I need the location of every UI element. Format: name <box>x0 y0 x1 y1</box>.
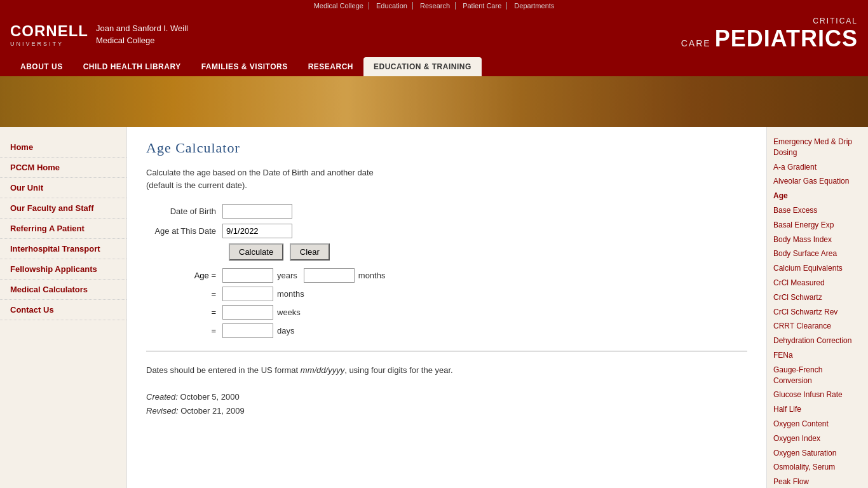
clear-button[interactable]: Clear <box>290 243 330 261</box>
created-date: October 5, 2000 <box>180 392 240 402</box>
button-row: Calculate Clear <box>229 243 747 261</box>
nav-families[interactable]: Families & Visitors <box>191 57 298 76</box>
total-days-input[interactable] <box>222 323 273 338</box>
nav-about-us[interactable]: About Us <box>10 57 73 76</box>
created-info: Created: October 5, 2000 Revised: Octobe… <box>146 390 747 418</box>
right-link-dehydration[interactable]: Dehydration Correction <box>773 334 862 348</box>
sidebar-item-referring[interactable]: Referring A Patient <box>0 219 126 239</box>
banner <box>0 76 868 127</box>
sidebar-item-contact[interactable]: Contact Us <box>0 300 126 320</box>
calculator-form: Date of Birth Age at This Date Calculate… <box>146 204 747 338</box>
age-months-input[interactable] <box>304 268 355 283</box>
revised-date: October 21, 2009 <box>180 406 244 416</box>
eq-days-label: = <box>146 326 222 336</box>
right-link-basal-energy[interactable]: Basal Energy Exp <box>773 218 862 233</box>
dob-row: Date of Birth <box>146 204 747 219</box>
total-months-input[interactable] <box>222 287 273 301</box>
sidebar-item-calculators[interactable]: Medical Calculators <box>0 280 126 300</box>
brand-line: CARE PEDIATRICS <box>681 25 858 52</box>
right-link-base-excess[interactable]: Base Excess <box>773 203 862 218</box>
topbar-patient-care[interactable]: Patient Care <box>458 2 507 10</box>
right-link-glucose[interactable]: Glucose Infusn Rate <box>773 388 862 402</box>
header-right: CRITICAL CARE PEDIATRICS <box>681 17 858 52</box>
right-link-calcium[interactable]: Calcium Equivalents <box>773 261 862 276</box>
weill-text: Joan and Sanford I. Weill Medical Colleg… <box>96 22 188 47</box>
right-link-crcl-schwartz-rev[interactable]: CrCl Schwartz Rev <box>773 305 862 320</box>
right-link-bmi[interactable]: Body Mass Index <box>773 233 862 247</box>
months-label: months <box>358 271 386 280</box>
cornell-sub: UNIVERSITY <box>10 41 88 48</box>
days-label: days <box>277 326 294 336</box>
dob-input[interactable] <box>222 204 292 219</box>
topbar-departments[interactable]: Departments <box>509 2 559 10</box>
topbar-education[interactable]: Education <box>371 2 413 10</box>
sidebar-item-home[interactable]: Home <box>0 137 126 158</box>
right-sidebar: Emergency Med & Drip Dosing A-a Gradient… <box>766 127 868 488</box>
header: CORNELL UNIVERSITY Joan and Sanford I. W… <box>0 11 868 57</box>
weeks-label: weeks <box>277 308 301 317</box>
right-link-oxygen-content[interactable]: Oxygen Content <box>773 417 862 431</box>
description: Calculate the age based on the Date of B… <box>146 166 747 191</box>
right-link-fena[interactable]: FENa <box>773 348 862 363</box>
right-link-half-life[interactable]: Half Life <box>773 402 862 417</box>
right-link-gauge-french[interactable]: Gauge-French Conversion <box>773 363 862 388</box>
revised-label: Revised: <box>146 406 179 416</box>
created-label: Created: <box>146 392 178 402</box>
age-date-input[interactable] <box>222 224 292 238</box>
sidebar: Home PCCM Home Our Unit Our Faculty and … <box>0 127 127 488</box>
sidebar-item-fellowship[interactable]: Fellowship Applicants <box>0 259 126 280</box>
top-bar: Medical College Education Research Patie… <box>0 0 868 11</box>
right-link-aa-gradient[interactable]: A-a Gradient <box>773 160 862 175</box>
age-days-row: = days <box>146 323 747 338</box>
age-years-row: Age = years months <box>146 268 747 283</box>
right-link-alveolar[interactable]: Alveolar Gas Equation <box>773 174 862 189</box>
right-link-oxygen-saturation[interactable]: Oxygen Saturation <box>773 446 862 461</box>
banner-overlay <box>0 76 868 127</box>
nav-research[interactable]: Research <box>298 57 363 76</box>
age-date-label: Age at This Date <box>146 226 222 236</box>
age-months-row: = months <box>146 287 747 301</box>
nav-education-training[interactable]: Education & Training <box>363 57 482 76</box>
care-label: CARE <box>681 38 711 48</box>
sidebar-item-our-unit[interactable]: Our Unit <box>0 178 126 198</box>
right-link-crcl-measured[interactable]: CrCl Measured <box>773 276 862 290</box>
right-link-age[interactable]: Age <box>773 189 862 203</box>
months-only-label: months <box>277 289 304 299</box>
right-link-emergency[interactable]: Emergency Med & Drip Dosing <box>773 135 862 160</box>
nav: About Us Child Health Library Families &… <box>0 57 868 76</box>
nav-child-health[interactable]: Child Health Library <box>73 57 191 76</box>
age-years-input[interactable] <box>222 268 273 283</box>
sidebar-item-transport[interactable]: Interhospital Transport <box>0 239 126 259</box>
right-link-osmolality[interactable]: Osmolality, Serum <box>773 460 862 475</box>
content: Age Calculator Calculate the age based o… <box>127 127 766 488</box>
critical-label: CRITICAL <box>681 17 858 25</box>
cornell-logo: CORNELL UNIVERSITY <box>10 21 88 48</box>
format-note: Dates should be entered in the US format… <box>146 364 747 377</box>
header-left: CORNELL UNIVERSITY Joan and Sanford I. W… <box>10 21 201 48</box>
right-link-body-surface[interactable]: Body Surface Area <box>773 247 862 261</box>
page-title: Age Calculator <box>146 140 747 156</box>
topbar-research[interactable]: Research <box>415 2 456 10</box>
eq-weeks-label: = <box>146 308 222 317</box>
right-link-crcl-schwartz[interactable]: CrCl Schwartz <box>773 290 862 305</box>
right-link-peak-flow[interactable]: Peak Flow <box>773 475 862 488</box>
age-eq-label: Age = <box>146 271 222 280</box>
right-link-oxygen-index[interactable]: Oxygen Index <box>773 431 862 446</box>
main-layout: Home PCCM Home Our Unit Our Faculty and … <box>0 127 868 488</box>
cornell-name: CORNELL <box>10 21 88 41</box>
dob-label: Date of Birth <box>146 207 222 216</box>
sidebar-item-faculty-staff[interactable]: Our Faculty and Staff <box>0 198 126 219</box>
age-weeks-row: = weeks <box>146 305 747 320</box>
divider <box>146 351 747 351</box>
sidebar-item-pccm-home[interactable]: PCCM Home <box>0 158 126 178</box>
right-link-crrt[interactable]: CRRT Clearance <box>773 319 862 334</box>
calculate-button[interactable]: Calculate <box>229 243 283 261</box>
total-weeks-input[interactable] <box>222 305 273 320</box>
eq-months-label: = <box>146 289 222 299</box>
topbar-medical-college[interactable]: Medical College <box>309 2 369 10</box>
years-label: years <box>277 271 297 280</box>
age-date-row: Age at This Date <box>146 224 747 238</box>
pediatrics-label: PEDIATRICS <box>715 25 858 52</box>
